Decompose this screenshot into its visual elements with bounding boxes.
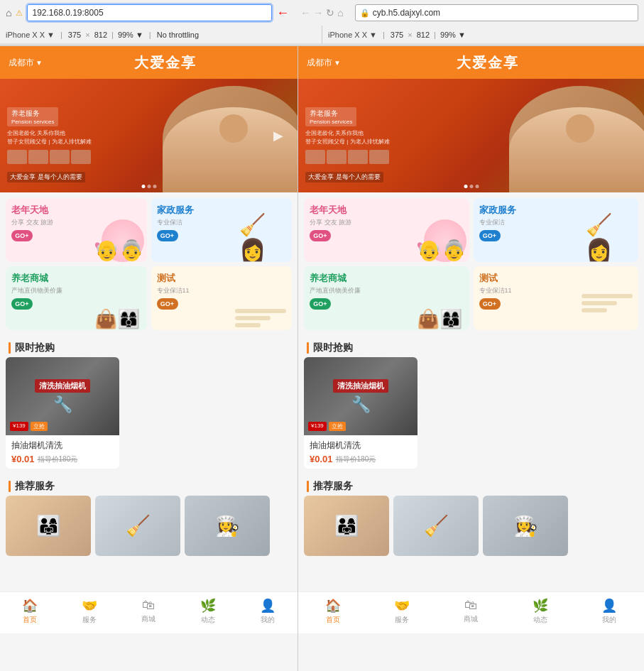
right-app-content: 成都市 ▼ 大爱金享 养老服务 Pension services 全国老龄化 关… [298, 46, 644, 671]
left-product-info: 抽油烟机清洗 ¥0.01 指导价180元 [6, 435, 119, 469]
right-flash-sale-header: 限时抢购 [298, 336, 644, 357]
right-product-card[interactable]: 清洗抽油烟机 🔧 ¥139 立抢 抽油烟机清洗 ¥0.01 [304, 357, 417, 469]
right-card2-btn[interactable]: GO+ [479, 230, 501, 241]
right-dot-2 [469, 185, 473, 188]
left-dynamic-icon: 🌿 [200, 598, 216, 613]
arrow-right-icon[interactable]: → [313, 7, 323, 18]
left-card3-btn[interactable]: GO+ [11, 298, 33, 310]
left-card-jiazh[interactable]: 家政服务 专业保洁 GO+ 🧹👩 [151, 198, 293, 262]
right-nav-shop[interactable]: 🛍 商城 [453, 595, 489, 628]
right-card3-btn[interactable]: GO+ [310, 298, 331, 310]
right-card-jiazh[interactable]: 家政服务 专业保洁 GO+ 🧹👩 [474, 198, 639, 262]
left-city-selector[interactable]: 成都市 ▼ [9, 57, 43, 69]
throttle-selector[interactable]: No throttling [157, 31, 199, 39]
left-rec-section-bar [9, 481, 11, 492]
right-banner-illustration [454, 79, 644, 192]
left-card1-img: ♥ 👴👵 [94, 209, 144, 262]
dot-3 [153, 185, 156, 188]
left-nav-dynamic[interactable]: 🌿 动态 [190, 595, 226, 628]
left-flash-sale-title: 限时抢购 [15, 342, 55, 354]
left-nav-service[interactable]: 🤝 服务 [72, 595, 107, 628]
thumb4 [71, 150, 91, 164]
left-card-laonian[interactable]: 老年天地 分享 交友 旅游 GO+ ♥ 👴👵 [6, 198, 147, 262]
right-app-header: 成都市 ▼ 大爱金享 [298, 46, 644, 79]
left-banner[interactable]: 养老服务 Pension services 全国老龄化 关系你我他 替子女照顾父… [0, 79, 298, 192]
right-thumb2 [327, 150, 346, 164]
back-icon[interactable]: ⌂ [6, 7, 11, 18]
right-shop-label: 商城 [464, 614, 478, 624]
right-url-text: cyb.h5.dajxyl.com [373, 8, 633, 18]
right-nav-service[interactable]: 🤝 服务 [384, 595, 420, 628]
right-rec-card-3[interactable]: 👩‍🍳 [483, 496, 568, 556]
right-dynamic-label: 动态 [533, 615, 547, 625]
banner-play-icon[interactable]: ▶ [273, 128, 283, 143]
product-img-label: 清洗抽油烟机 [35, 379, 90, 393]
right-rec-card-2[interactable]: 🧹 [393, 496, 479, 556]
left-url-text: 192.168.0.19:8005 [32, 8, 267, 18]
right-product-price: ¥0.01 [310, 454, 333, 464]
arrow-left-icon[interactable]: ← [300, 7, 310, 18]
right-service-label: 服务 [395, 615, 409, 625]
left-product-card[interactable]: 清洗抽油烟机 🔧 ¥139 立抢 抽油烟机清洗 ¥0.01 [6, 357, 119, 469]
right-card4-btn[interactable]: GO+ [479, 298, 501, 310]
right-banner-text: 养老服务 Pension services 全国老龄化 关系你我他 替子女照顾父… [305, 107, 454, 163]
left-device-model[interactable]: iPhone X X ▼ [6, 31, 55, 39]
left-card-yanglao[interactable]: 养老商城 产地直供物美价廉 GO+ 👜👩‍👩‍👦 [6, 266, 147, 330]
left-card1-btn[interactable]: GO+ [11, 230, 33, 241]
left-banner-tagline: 大爱金享 是每个人的需要 [7, 172, 85, 182]
address-bar-row: ⌂ ⚠ 192.168.0.19:8005 ← ← → ↻ ⌂ 🔒 cyb.h5… [0, 0, 644, 26]
right-nav-dynamic[interactable]: 🌿 动态 [523, 595, 558, 628]
right-product-original: 指导价180元 [336, 454, 376, 464]
right-card3-img: 👜👩‍👩‍👦 [417, 277, 466, 330]
left-product-price: ¥0.01 [11, 454, 35, 464]
right-device-model[interactable]: iPhone X X ▼ [328, 31, 377, 39]
left-nav-home[interactable]: 🏠 首页 [12, 595, 48, 628]
left-nav-shop[interactable]: 🛍 商城 [131, 595, 166, 628]
left-rec-card-3[interactable]: 👩‍🍳 [185, 496, 270, 556]
left-recommend-header: 推荐服务 [0, 474, 298, 496]
right-card-ceshi[interactable]: 测试 专业保洁11 GO+ [474, 266, 639, 330]
right-phone-panel: 成都市 ▼ 大爱金享 养老服务 Pension services 全国老龄化 关… [298, 46, 644, 671]
right-nav-home[interactable]: 🏠 首页 [315, 595, 351, 628]
right-service-tag: 养老服务 Pension services [305, 107, 356, 126]
left-rec-card-2[interactable]: 🧹 [95, 496, 180, 556]
left-card4-btn[interactable]: GO+ [157, 298, 178, 310]
main-area: 成都市 ▼ 大爱金享 养老服务 Pension services 全国老龄化 关… [0, 46, 644, 671]
lock-icon: 🔒 [360, 9, 370, 18]
right-nav-bar: 🔒 cyb.h5.dajxyl.com [355, 4, 638, 21]
left-card-ceshi[interactable]: 测试 专业保洁11 GO+ [151, 266, 293, 330]
right-product-img: 清洗抽油烟机 🔧 ¥139 立抢 [304, 357, 417, 435]
reload-icon[interactable]: ↻ [326, 7, 334, 18]
right-rec-card-1[interactable]: 👨‍👩‍👧 [304, 496, 389, 556]
left-service-tag: 养老服务 Pension services [7, 107, 58, 126]
right-card4-img [579, 277, 635, 330]
left-rec-img-2: 🧹 [95, 496, 180, 556]
right-card-yanglao[interactable]: 养老商城 产地直供物美价廉 GO+ 👜👩‍👩‍👦 [304, 266, 469, 330]
left-section-bar [9, 342, 11, 354]
thumb1 [7, 150, 27, 164]
right-banner[interactable]: 养老服务 Pension services 全国老龄化 关系你我他 替子女照顾父… [298, 79, 644, 192]
left-card2-img: 🧹👩 [239, 209, 289, 262]
left-nav-mine[interactable]: 👤 我的 [250, 595, 285, 628]
right-card-laonian[interactable]: 老年天地 分享 交友 旅游 GO+ ♥ 👴👵 [304, 198, 469, 262]
left-rec-card-1[interactable]: 👨‍👩‍👧 [6, 496, 91, 556]
right-city-selector[interactable]: 成都市 ▼ [307, 57, 341, 69]
home-icon[interactable]: ⌂ [337, 7, 343, 18]
left-service-icon: 🤝 [82, 598, 97, 613]
left-card2-btn[interactable]: GO+ [157, 230, 178, 241]
right-product-section: 清洗抽油烟机 🔧 ¥139 立抢 抽油烟机清洗 ¥0.01 [298, 357, 644, 474]
right-dynamic-icon: 🌿 [533, 598, 548, 613]
left-service-grid: 老年天地 分享 交友 旅游 GO+ ♥ 👴👵 家政服务 [0, 192, 298, 336]
left-city-name: 成都市 [9, 57, 34, 69]
right-flash-sale-title: 限时抢购 [313, 342, 353, 354]
right-mine-icon: 👤 [601, 598, 617, 613]
right-card1-btn[interactable]: GO+ [310, 230, 331, 241]
right-thumb1 [305, 150, 325, 164]
right-nav-mine[interactable]: 👤 我的 [591, 595, 627, 628]
right-address-input[interactable]: 🔒 cyb.h5.dajxyl.com [355, 4, 638, 21]
left-address-input[interactable]: 192.168.0.19:8005 [27, 4, 272, 21]
left-banner-thumbs [7, 150, 135, 164]
left-product-img: 清洗抽油烟机 🔧 ¥139 立抢 [6, 357, 119, 435]
left-promo-badges: ¥139 立抢 [10, 422, 48, 431]
left-banner-dots [141, 185, 156, 188]
